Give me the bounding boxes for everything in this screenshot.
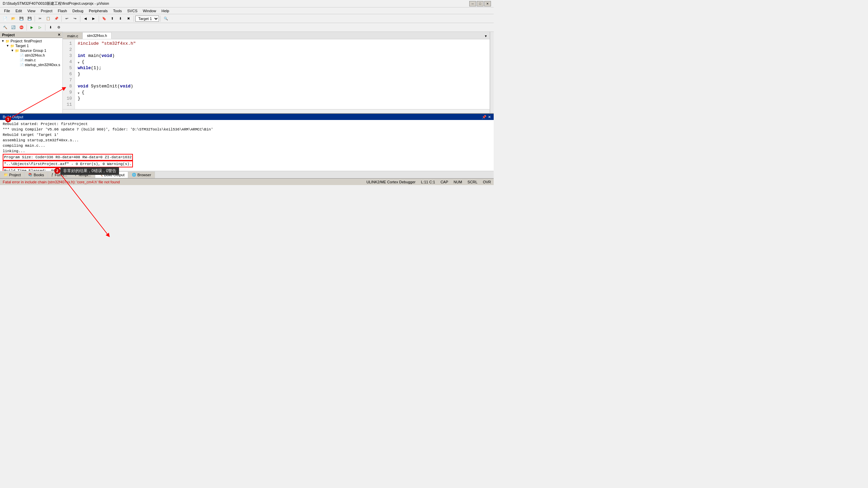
cut-button[interactable]: ✂ <box>36 15 44 22</box>
line-number-2: 2 <box>64 47 72 53</box>
line-number-11: 11 <box>64 102 72 108</box>
line-number-3: 3 <box>64 53 72 59</box>
annotation-2: 2 <box>54 168 60 174</box>
new-button[interactable]: 📄 <box>1 15 9 22</box>
horizontal-scrollbar[interactable] <box>63 109 490 113</box>
menu-item-tools[interactable]: Tools <box>111 8 125 14</box>
bottom-tab-5[interactable]: 🌐Browser <box>128 171 155 178</box>
rebuild-button[interactable]: 🔄 <box>9 24 17 31</box>
copy-button[interactable]: 📋 <box>44 15 52 22</box>
bottom-tab-label-0: Project <box>9 173 21 177</box>
menu-item-project[interactable]: Project <box>38 8 55 14</box>
tab-overflow[interactable]: ▾ <box>482 33 490 39</box>
tree-item-4[interactable]: 📄main.c <box>0 58 62 62</box>
bottom-tab-icon-0: 📁 <box>4 173 8 177</box>
tree-label-4: main.c <box>25 58 36 62</box>
code-content[interactable]: #include "stm32f4xx.h"int main(void)▼{ w… <box>75 39 490 109</box>
tree-item-2[interactable]: ▼📁Source Group 1 <box>0 48 62 53</box>
tab-main-c[interactable]: main.c <box>63 32 82 39</box>
tree-label-3: stm32f4xx.h <box>25 53 45 57</box>
sep2 <box>61 16 62 22</box>
debug-start-button[interactable]: ▶ <box>28 24 36 31</box>
title-bar: D:\StudySTM32F407\0010新建工程\firstProject.… <box>0 0 494 7</box>
output-line-2: Rebuild target 'Target 1' <box>3 132 491 138</box>
bookmark-prev-button[interactable]: ⬆ <box>108 15 116 22</box>
paste-button[interactable]: 📌 <box>53 15 60 22</box>
output-highlight-6: Program Size: Code=336 RO-data=408 RW-da… <box>3 154 133 161</box>
bookmark-button[interactable]: 🔖 <box>100 15 108 22</box>
project-panel-close[interactable]: ✕ <box>58 33 60 37</box>
redo-button[interactable]: ↪ <box>71 15 79 22</box>
tree-item-5[interactable]: 📄startup_stm32f40xx.s <box>0 62 62 67</box>
nav-back-button[interactable]: ◀ <box>82 15 89 22</box>
minimize-button[interactable]: ─ <box>469 1 476 6</box>
toolbar-1: 📄 📂 💾 💾 ✂ 📋 📌 ↩ ↪ ◀ ▶ 🔖 ⬆ ⬇ ✖ Target 1 🔍 <box>0 14 494 23</box>
save-button[interactable]: 💾 <box>18 15 25 22</box>
menu-item-help[interactable]: Help <box>159 8 172 14</box>
undo-button[interactable]: ↩ <box>63 15 71 22</box>
tree-item-3[interactable]: 📄stm32f4xx.h <box>0 53 62 58</box>
content-area: Project ✕ ▼📁Project: firstProject▼📁Targe… <box>0 32 494 113</box>
menu-item-window[interactable]: Window <box>140 8 159 14</box>
line-number-4: 4 <box>64 59 72 65</box>
build-button[interactable]: 🔨 <box>1 24 9 31</box>
run-button[interactable]: ▷ <box>36 24 44 31</box>
nav-fwd-button[interactable]: ▶ <box>90 15 97 22</box>
tree-item-0[interactable]: ▼📁Project: firstProject <box>0 39 62 43</box>
bottom-tab-0[interactable]: 📁Project <box>0 171 24 178</box>
code-line-2 <box>78 47 487 53</box>
output-panel-pin[interactable]: 📌 <box>482 115 487 119</box>
bottom-tab-label-1: Books <box>34 173 44 177</box>
tree-item-1[interactable]: ▼📁Target 1 <box>0 43 62 48</box>
menu-item-svcs[interactable]: SVCS <box>124 8 140 14</box>
tree-icon-1: 📁 <box>10 44 14 48</box>
stop-build-button[interactable]: ⛔ <box>18 24 25 31</box>
bookmark-next-button[interactable]: ⬇ <box>117 15 124 22</box>
toolbar-2: 🔨 🔄 ⛔ ▶ ▷ ⬇ ⚙ <box>0 23 494 32</box>
tree-label-1: Target 1 <box>15 44 29 48</box>
menu-item-debug[interactable]: Debug <box>70 8 86 14</box>
open-button[interactable]: 📂 <box>9 15 17 22</box>
output-line-3: assembling startup_stm32f40xx.s... <box>3 138 491 143</box>
status-right-item-3: NUM <box>454 180 462 184</box>
target-select[interactable]: Target 1 <box>135 16 159 22</box>
save-all-button[interactable]: 💾 <box>26 15 33 22</box>
output-panel: Build Output 📌 ✕ Rebuild started: Projec… <box>0 113 494 171</box>
bottom-tab-icon-5: 🌐 <box>132 173 136 177</box>
output-content: Rebuild started: Project: firstProject**… <box>0 120 494 171</box>
bottom-tab-icon-2: ƒ <box>52 173 54 177</box>
code-editor[interactable]: 1234567891011 #include "stm32f4xx.h"int … <box>63 39 490 109</box>
menu-item-peripherals[interactable]: Peripherals <box>86 8 111 14</box>
tree-icon-0: 📁 <box>5 39 9 43</box>
code-line-6: } <box>78 71 487 77</box>
download-button[interactable]: ⬇ <box>47 24 54 31</box>
window-controls[interactable]: ─ □ ✕ <box>469 1 491 6</box>
output-panel-header: Build Output 📌 ✕ <box>0 114 494 120</box>
sep3 <box>80 16 80 22</box>
bottom-tab-1[interactable]: 📚Books <box>24 171 48 178</box>
menu-item-flash[interactable]: Flash <box>55 8 70 14</box>
output-line-0: Rebuild started: Project: firstProject <box>3 121 491 127</box>
menu-item-view[interactable]: View <box>25 8 38 14</box>
tree-icon-5: 📄 <box>20 63 24 67</box>
search-button[interactable]: 🔍 <box>162 15 170 22</box>
menu-item-edit[interactable]: Edit <box>13 8 25 14</box>
tab-stm32f4xx-h[interactable]: stm32f4xx.h <box>82 32 111 39</box>
tree-toggle-1[interactable]: ▼ <box>6 44 9 47</box>
output-line-5: linking... <box>3 148 491 154</box>
status-right-item-1: L:11 C:1 <box>421 180 435 184</box>
tab-main-c-label: main.c <box>67 34 78 38</box>
tree-toggle-0[interactable]: ▼ <box>1 39 5 43</box>
close-button[interactable]: ✕ <box>484 1 491 6</box>
tree-icon-3: 📄 <box>20 54 24 57</box>
code-line-7 <box>78 77 487 83</box>
sep8 <box>45 24 45 30</box>
bookmark-clear-button[interactable]: ✖ <box>125 15 132 22</box>
menu-item-file[interactable]: File <box>1 8 13 14</box>
maximize-button[interactable]: □ <box>477 1 484 6</box>
output-line-6: Program Size: Code=336 RO-data=408 RW-da… <box>3 154 491 161</box>
sep6 <box>160 16 161 22</box>
output-panel-close[interactable]: ✕ <box>488 115 491 119</box>
options-button[interactable]: ⚙ <box>55 24 62 31</box>
tree-toggle-2[interactable]: ▼ <box>11 49 14 52</box>
